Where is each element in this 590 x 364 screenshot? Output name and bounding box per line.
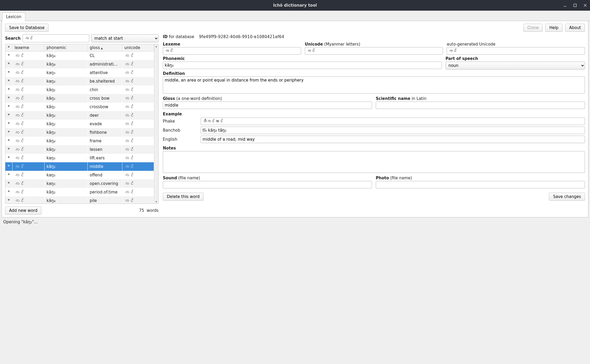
lexeme-label: Lexeme [163, 42, 301, 47]
table-row[interactable]: *ကင်kāŋ₃fishboneကင် [5, 128, 154, 137]
table-row[interactable]: *ကင်kaŋ₃attentiveကင် [5, 68, 154, 77]
col-star[interactable]: * [5, 44, 12, 51]
definition-input[interactable]: middle, an area or point equal in distan… [163, 76, 585, 94]
table-row[interactable]: *ကင်kāŋ₄pileကင် [5, 196, 154, 204]
cell: ကင် [12, 111, 44, 120]
table-row[interactable]: *ကင်kāŋ₂middleကင် [5, 162, 154, 171]
cell: ကင် [12, 120, 44, 128]
autogen-unicode-input[interactable] [447, 47, 585, 55]
sound-input[interactable] [163, 181, 372, 188]
tab-lexicon[interactable]: Lexicon [2, 13, 25, 21]
search-input[interactable] [23, 34, 89, 42]
table-row[interactable]: *ကင်kaŋ₃open.coveringကင် [5, 179, 154, 188]
unicode-input[interactable] [305, 47, 443, 55]
pos-label: Part of speech [446, 56, 585, 61]
cell: kaŋ₃ [44, 171, 87, 179]
scroll-up-icon[interactable]: ▴ [155, 44, 157, 48]
scroll-down-icon[interactable]: ▾ [155, 200, 157, 204]
table-scrollbar[interactable]: ▴ ▾ [154, 44, 158, 204]
help-button[interactable]: Help [545, 24, 562, 32]
close-icon[interactable] [583, 3, 587, 7]
table-row[interactable]: *ကင်kaŋ₃lift.earsကင် [5, 154, 154, 162]
photo-input[interactable] [376, 181, 585, 188]
col-gloss[interactable]: gloss [87, 44, 122, 51]
minimize-icon[interactable] [563, 3, 567, 7]
table-row[interactable]: *ကင်kāŋ₄frameကင် [5, 137, 154, 145]
cell: ကင် [122, 128, 154, 137]
table-row[interactable]: *ကင်kāŋ₄CLကင် [5, 51, 154, 60]
cell: * [5, 94, 12, 103]
cell: * [5, 60, 12, 68]
pos-select[interactable]: noun [446, 62, 585, 70]
notes-input[interactable] [163, 151, 585, 173]
phonemic-label: Phonemic [163, 56, 442, 61]
table-row[interactable]: *ကင်kāŋ₂deerကင် [5, 111, 154, 120]
example-phake-input[interactable] [201, 118, 585, 125]
delete-word-button[interactable]: Delete this word [163, 193, 204, 201]
gloss-input[interactable] [163, 102, 372, 109]
table-row[interactable]: *ကင်kāŋ₂chinကင် [5, 86, 154, 94]
cell: ကင် [122, 60, 154, 68]
save-to-database-button[interactable]: Save to Database [5, 24, 49, 32]
word-count: 75 words [139, 208, 159, 213]
cell: ကင် [122, 111, 154, 120]
example-english-input[interactable] [201, 136, 585, 143]
cell: ကင် [122, 94, 154, 103]
cell: kaŋ₃ [44, 68, 87, 77]
cell: lessen [87, 145, 122, 154]
clone-button[interactable]: Clone [523, 24, 543, 32]
cell: deer [87, 111, 122, 120]
table-header-row: * lexeme phonemic gloss unicode [5, 44, 154, 51]
add-new-word-button[interactable]: Add new word [5, 207, 41, 215]
cell: kāŋ₄ [44, 196, 87, 204]
example-banchob-label: Banchob [163, 128, 197, 133]
cell: ကင် [122, 188, 154, 196]
unicode-label: Unicode (Myanmar letters) [305, 42, 443, 47]
cell: ကင် [122, 120, 154, 128]
example-banchob-input[interactable] [201, 127, 585, 134]
table-row[interactable]: *ကင်kāŋ₁cross bowကင် [5, 94, 154, 103]
cell: * [5, 128, 12, 137]
about-button[interactable]: About [565, 24, 585, 32]
phonemic-input[interactable] [163, 62, 442, 69]
table-row[interactable]: *ကင်kāŋ₂lessenကင် [5, 145, 154, 154]
cell: ကင် [12, 128, 44, 137]
table-row[interactable]: *ကင်kāŋ₂evadeကင် [5, 120, 154, 128]
cell: * [5, 179, 12, 188]
cell: ကင် [12, 188, 44, 196]
table-row[interactable]: *ကင်kaŋ₃offendကင် [5, 171, 154, 179]
cell: ကင် [12, 154, 44, 162]
col-unicode[interactable]: unicode [122, 44, 154, 51]
sound-label: Sound (file name) [163, 176, 372, 180]
cell: CL [87, 51, 122, 60]
col-phonemic[interactable]: phonemic [44, 44, 87, 51]
cell: administrativ… [87, 60, 122, 68]
notes-label: Notes [163, 146, 585, 151]
cell: * [5, 196, 12, 204]
save-changes-button[interactable]: Save changes [549, 193, 585, 201]
cell: ကင် [12, 68, 44, 77]
tabs-bar: Lexicon [0, 12, 590, 21]
col-lexeme[interactable]: lexeme [12, 44, 44, 51]
cell: frame [87, 137, 122, 145]
maximize-icon[interactable] [573, 3, 577, 7]
lexeme-input[interactable] [163, 47, 301, 55]
table-row[interactable]: *ကင်kaŋ₃be.shelteredကင် [5, 77, 154, 86]
example-phake-label: Phake [163, 119, 197, 124]
sci-name-input[interactable] [376, 102, 585, 109]
example-english-label: English [163, 137, 197, 142]
cell: * [5, 77, 12, 86]
cell: chin [87, 86, 122, 94]
cell: kāŋ₂ [44, 111, 87, 120]
cell: lift.ears [87, 154, 122, 162]
table-row[interactable]: *ကင်kāŋ₂period.of.timeကင် [5, 188, 154, 196]
table-row[interactable]: *ကင်kāŋ₁crossbowကင် [5, 103, 154, 111]
cell: attentive [87, 68, 122, 77]
cell: kāŋ₄ [44, 137, 87, 145]
gloss-label: Gloss (a one-word definition) [163, 96, 372, 101]
titlebar: Ichō dictionary tool [0, 0, 590, 11]
cell: kāŋ₂ [44, 145, 87, 154]
cell: ကင် [12, 162, 44, 171]
table-row[interactable]: *ကင်kāŋ₄administrativ…ကင် [5, 60, 154, 68]
match-mode-select[interactable]: match at start [91, 34, 159, 42]
